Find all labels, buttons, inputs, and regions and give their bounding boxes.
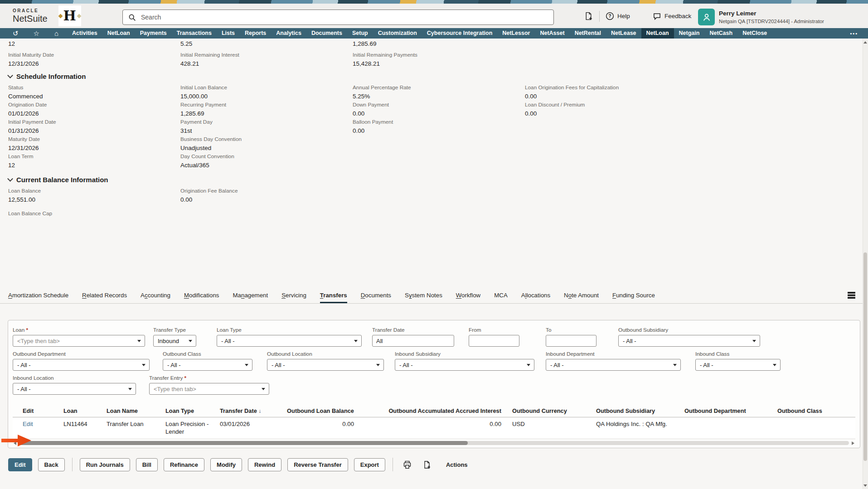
filter-transfer-entry-combo[interactable]: <Type then tab> — [149, 383, 269, 395]
tab-management[interactable]: Management — [233, 292, 268, 303]
tab-transfers[interactable]: Transfers — [320, 292, 347, 303]
filter-transfer-date-input[interactable] — [372, 335, 454, 347]
tab-funding-source[interactable]: Funding Source — [612, 292, 655, 303]
oracle-netsuite-logo[interactable]: ORACLE NetSuite — [13, 9, 48, 23]
tab-related-records[interactable]: Related Records — [82, 292, 127, 303]
vertical-scrollbar[interactable] — [863, 39, 868, 489]
table-header-outbound-currency[interactable]: Outbound Currency — [507, 405, 591, 417]
filter-to-input[interactable] — [546, 335, 596, 347]
nav-item-cybersource-integration[interactable]: Cybersource Integration — [422, 28, 497, 39]
table-header-loan-type[interactable]: Loan Type — [160, 405, 214, 417]
table-header-edit[interactable]: Edit — [13, 405, 58, 417]
edit-link[interactable]: Edit — [23, 421, 33, 427]
nav-item-netloan[interactable]: NetLoan — [102, 28, 135, 39]
table-header-outbound-department[interactable]: Outbound Department — [679, 405, 772, 417]
refinance-button[interactable]: Refinance — [164, 458, 204, 471]
nav-item-netcash[interactable]: NetCash — [704, 28, 737, 39]
list-menu-icon[interactable] — [848, 292, 855, 303]
nav-item-setup[interactable]: Setup — [347, 28, 373, 39]
nav-item-netclose[interactable]: NetClose — [737, 28, 772, 39]
filter-inbound-class-select[interactable]: - All - — [695, 359, 781, 371]
scroll-up-icon[interactable] — [863, 41, 867, 44]
nav-item-netrental[interactable]: NetRental — [570, 28, 606, 39]
help-button[interactable]: ? Help — [606, 12, 630, 20]
filter-transfer-type-select[interactable]: Inbound — [153, 335, 196, 347]
collapse-chevron-icon[interactable] — [7, 176, 13, 182]
table-header-outbound-loan-balance[interactable]: Outbound Loan Balance — [280, 405, 359, 417]
filter-inbound-location-select[interactable]: - All - — [13, 383, 136, 395]
modify-button[interactable]: Modify — [210, 458, 242, 471]
tab-amortization-schedule[interactable]: Amortization Schedule — [8, 292, 68, 303]
filter-loan-combo[interactable]: <Type then tab> — [13, 335, 145, 347]
table-header-loan-name[interactable]: Loan Name — [101, 405, 160, 417]
horizontal-scrollbar[interactable] — [13, 440, 855, 446]
nav-item-documents[interactable]: Documents — [306, 28, 347, 39]
back-button[interactable]: Back — [38, 458, 65, 471]
filter-loan-type-select[interactable]: - All - — [217, 335, 362, 347]
table-header-transfer-date[interactable]: Transfer Date ↓ — [214, 405, 280, 417]
nav-item-lists[interactable]: Lists — [217, 28, 240, 39]
filter-outbound-department-select[interactable]: - All - — [13, 359, 150, 371]
tab-accounting[interactable]: Accounting — [141, 292, 170, 303]
user-info[interactable]: Perry Leimer Netgain QA [TSTDRV2024444] … — [719, 10, 824, 24]
nav-item-netlease[interactable]: NetLease — [606, 28, 641, 39]
table-header-outbound-accumulated-accrued-interest[interactable]: Outbound Accumulated Accrued Interest — [359, 405, 507, 417]
filter-outbound-location-select[interactable]: - All - — [267, 359, 384, 371]
nav-item-netgain[interactable]: Netgain — [674, 28, 705, 39]
nav-item-transactions[interactable]: Transactions — [172, 28, 217, 39]
tab-allocations[interactable]: Allocations — [521, 292, 550, 303]
nav-item-netlessor[interactable]: NetLessor — [497, 28, 535, 39]
table-header-outbound-subsidiary[interactable]: Outbound Subsidiary — [591, 405, 679, 417]
home-icon[interactable]: ⌂ — [54, 28, 58, 39]
rewind-button[interactable]: Rewind — [248, 458, 281, 471]
search-input[interactable] — [140, 13, 553, 21]
tab-mca[interactable]: MCA — [494, 292, 508, 303]
scrollbar-thumb[interactable] — [19, 441, 468, 445]
tab-servicing[interactable]: Servicing — [281, 292, 306, 303]
nav-item-payments[interactable]: Payments — [135, 28, 172, 39]
nav-item-netasset[interactable]: NetAsset — [535, 28, 569, 39]
tab-documents[interactable]: Documents — [361, 292, 391, 303]
collapse-chevron-icon[interactable] — [7, 73, 13, 78]
selected-value: Inbound — [158, 338, 179, 344]
export-document-button[interactable] — [422, 460, 432, 470]
feedback-button[interactable]: Feedback — [653, 12, 691, 20]
nav-item-reports[interactable]: Reports — [240, 28, 271, 39]
edit-button[interactable]: Edit — [8, 458, 32, 471]
table-header-outbound-class[interactable]: Outbound Class — [772, 405, 840, 417]
nav-overflow-button[interactable]: ••• — [850, 31, 858, 36]
tab-system-notes[interactable]: System Notes — [405, 292, 442, 303]
global-search[interactable] — [122, 10, 554, 25]
nav-item-activities[interactable]: Activities — [67, 28, 102, 39]
reverse-transfer-button[interactable]: Reverse Transfer — [287, 458, 348, 471]
print-button[interactable] — [402, 460, 412, 470]
filter-inbound-subsidiary-select[interactable]: - All - — [395, 359, 534, 371]
tab-note-amount[interactable]: Note Amount — [564, 292, 599, 303]
scrollbar-track[interactable] — [19, 441, 849, 445]
actions-menu-button[interactable]: Actions — [446, 461, 468, 468]
tab-modifications[interactable]: Modifications — [184, 292, 219, 303]
filter-inbound-department-select[interactable]: - All - — [546, 359, 681, 371]
star-icon[interactable]: ☆ — [34, 28, 39, 39]
vertical-scrollbar-thumb[interactable] — [863, 252, 867, 461]
user-avatar[interactable] — [698, 9, 715, 25]
scroll-down-icon[interactable] — [863, 484, 867, 487]
filter-outbound-class-select[interactable]: - All - — [163, 359, 252, 371]
bill-button[interactable]: Bill — [136, 458, 158, 471]
scroll-left-icon[interactable] — [14, 441, 16, 445]
new-document-button[interactable] — [584, 11, 593, 21]
chevron-down-icon — [262, 388, 265, 390]
tab-workflow[interactable]: Workflow — [456, 292, 480, 303]
nav-item-netloan[interactable]: NetLoan — [641, 28, 674, 39]
nav-item-customization[interactable]: Customization — [373, 28, 422, 39]
filter-from-input[interactable] — [469, 335, 519, 347]
filter-label: Transfer Date — [372, 327, 454, 333]
nav-item-analytics[interactable]: Analytics — [271, 28, 306, 39]
export-button[interactable]: Export — [354, 458, 385, 471]
table-header-loan[interactable]: Loan — [58, 405, 101, 417]
field-status: StatusCommenced — [8, 84, 180, 102]
scroll-right-icon[interactable] — [852, 441, 854, 445]
filter-outbound-subsidiary-select[interactable]: - All - — [618, 335, 760, 347]
run-journals-button[interactable]: Run Journals — [80, 458, 130, 471]
history-icon[interactable]: ↺ — [13, 28, 19, 39]
